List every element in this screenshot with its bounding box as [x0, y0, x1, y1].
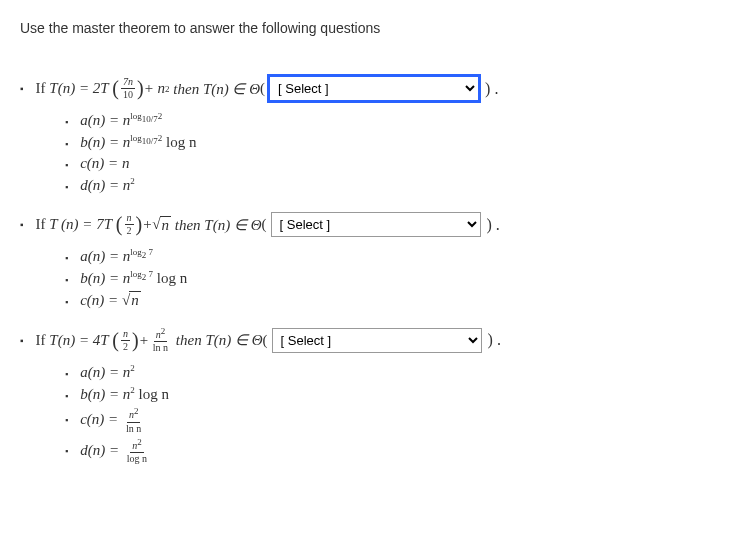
q3-option-c: c(n) = n2ln n	[65, 407, 710, 433]
q2-suffix: ) .	[487, 216, 500, 234]
q3-select[interactable]: [ Select ]	[272, 328, 482, 353]
q3-option-a: a(n) = n2	[65, 363, 710, 381]
q2-option-a: a(n) = nlog2 7	[65, 247, 710, 265]
q2-option-c: c(n) = √n	[65, 291, 710, 309]
q2-expression: If T (n) = 7T (n2) + √n then T(n) ∈ Θ(	[36, 213, 267, 236]
q2-select[interactable]: [ Select ]	[271, 212, 481, 237]
q2-options: a(n) = nlog2 7 b(n) = nlog2 7 log n c(n)…	[20, 247, 710, 309]
q3-suffix: ) .	[488, 331, 501, 349]
q1-option-a: a(n) = nlog10/72	[65, 111, 710, 129]
q3-option-b: b(n) = n2 log n	[65, 385, 710, 403]
q2-option-b: b(n) = nlog2 7 log n	[65, 269, 710, 287]
q1-options: a(n) = nlog10/72 b(n) = nlog10/72 log n …	[20, 111, 710, 194]
q1-select[interactable]: [ Select ]	[269, 76, 479, 101]
question-3: If T(n) = 4T (n2) + n2ln n then T(n) ∈ Θ…	[20, 327, 710, 353]
q1-option-c: c(n) = n	[65, 155, 710, 172]
q1-expression: If T(n) = 2T (7n10) + n2 then T(n) ∈ Θ(	[36, 77, 266, 100]
q1-option-b: b(n) = nlog10/72 log n	[65, 133, 710, 151]
q3-options: a(n) = n2 b(n) = n2 log n c(n) = n2ln n …	[20, 363, 710, 464]
q1-option-d: d(n) = n2	[65, 176, 710, 194]
page-title: Use the master theorem to answer the fol…	[20, 20, 710, 36]
question-2: If T (n) = 7T (n2) + √n then T(n) ∈ Θ( […	[20, 212, 710, 237]
q1-suffix: ) .	[485, 80, 498, 98]
question-1: If T(n) = 2T (7n10) + n2 then T(n) ∈ Θ( …	[20, 76, 710, 101]
question-list: If T(n) = 2T (7n10) + n2 then T(n) ∈ Θ( …	[20, 76, 710, 464]
q3-option-d: d(n) = n2log n	[65, 438, 710, 464]
q3-expression: If T(n) = 4T (n2) + n2ln n then T(n) ∈ Θ…	[36, 327, 268, 353]
